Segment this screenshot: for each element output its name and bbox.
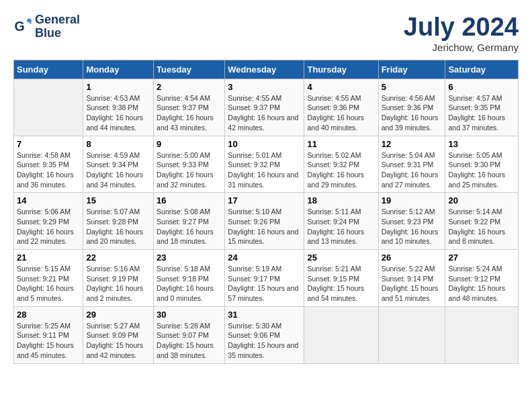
day-number: 8 — [86, 139, 150, 149]
calendar-cell: 27 Sunrise: 5:24 AMSunset: 9:12 PMDaylig… — [445, 250, 519, 307]
day-number: 22 — [86, 253, 150, 263]
calendar-cell: 18 Sunrise: 5:11 AMSunset: 9:24 PMDaylig… — [304, 193, 378, 250]
calendar-week-5: 28 Sunrise: 5:25 AMSunset: 9:11 PMDaylig… — [14, 306, 519, 363]
day-info: Sunrise: 5:12 AMSunset: 9:23 PMDaylight:… — [382, 207, 443, 246]
day-number: 17 — [228, 195, 301, 205]
day-info: Sunrise: 5:30 AMSunset: 9:06 PMDaylight:… — [228, 321, 301, 361]
col-header-sunday: Sunday — [14, 60, 83, 79]
day-info: Sunrise: 4:57 AMSunset: 9:35 PMDaylight:… — [448, 93, 515, 133]
day-info: Sunrise: 5:22 AMSunset: 9:14 PMDaylight:… — [382, 264, 443, 304]
col-header-saturday: Saturday — [445, 60, 519, 79]
day-info: Sunrise: 5:16 AMSunset: 9:19 PMDaylight:… — [86, 264, 150, 304]
day-number: 27 — [448, 253, 515, 263]
day-number: 23 — [157, 253, 222, 263]
calendar-cell: 29 Sunrise: 5:27 AMSunset: 9:09 PMDaylig… — [83, 306, 154, 363]
day-info: Sunrise: 4:55 AMSunset: 9:36 PMDaylight:… — [307, 93, 375, 133]
calendar-cell: 24 Sunrise: 5:19 AMSunset: 9:17 PMDaylig… — [225, 250, 304, 307]
svg-text:G: G — [14, 18, 24, 33]
calendar-cell: 28 Sunrise: 5:25 AMSunset: 9:11 PMDaylig… — [14, 306, 83, 363]
calendar-cell: 17 Sunrise: 5:10 AMSunset: 9:26 PMDaylig… — [225, 193, 304, 250]
day-info: Sunrise: 5:14 AMSunset: 9:22 PMDaylight:… — [448, 207, 515, 246]
day-info: Sunrise: 5:06 AMSunset: 9:29 PMDaylight:… — [17, 207, 80, 246]
calendar-cell: 11 Sunrise: 5:02 AMSunset: 9:32 PMDaylig… — [304, 136, 378, 193]
day-number: 10 — [228, 139, 301, 149]
calendar-cell: 1 Sunrise: 4:53 AMSunset: 9:38 PMDayligh… — [83, 79, 154, 136]
day-number: 13 — [448, 139, 515, 149]
calendar-cell: 19 Sunrise: 5:12 AMSunset: 9:23 PMDaylig… — [378, 193, 445, 250]
day-number: 15 — [86, 195, 150, 205]
day-number: 29 — [86, 310, 150, 320]
day-number: 20 — [448, 195, 515, 205]
calendar-cell — [445, 306, 519, 363]
col-header-monday: Monday — [83, 60, 154, 79]
calendar-week-3: 14 Sunrise: 5:06 AMSunset: 9:29 PMDaylig… — [14, 193, 519, 250]
day-info: Sunrise: 5:15 AMSunset: 9:21 PMDaylight:… — [17, 264, 80, 304]
day-info: Sunrise: 5:25 AMSunset: 9:11 PMDaylight:… — [17, 321, 80, 361]
title-area: July 2024 Jerichow, Germany — [404, 13, 519, 53]
day-number: 24 — [228, 253, 301, 263]
col-header-friday: Friday — [378, 60, 445, 79]
day-info: Sunrise: 5:08 AMSunset: 9:27 PMDaylight:… — [157, 207, 222, 246]
calendar-week-1: 1 Sunrise: 4:53 AMSunset: 9:38 PMDayligh… — [14, 79, 519, 136]
calendar-cell: 14 Sunrise: 5:06 AMSunset: 9:29 PMDaylig… — [14, 193, 83, 250]
day-number: 26 — [382, 253, 443, 263]
day-number: 21 — [17, 253, 80, 263]
day-info: Sunrise: 4:56 AMSunset: 9:36 PMDaylight:… — [382, 93, 443, 133]
calendar-cell: 22 Sunrise: 5:16 AMSunset: 9:19 PMDaylig… — [83, 250, 154, 307]
day-number: 7 — [17, 139, 80, 149]
day-number: 18 — [307, 195, 375, 205]
calendar-cell — [304, 306, 378, 363]
calendar-cell: 15 Sunrise: 5:07 AMSunset: 9:28 PMDaylig… — [83, 193, 154, 250]
calendar-week-4: 21 Sunrise: 5:15 AMSunset: 9:21 PMDaylig… — [14, 250, 519, 307]
calendar-cell: 20 Sunrise: 5:14 AMSunset: 9:22 PMDaylig… — [445, 193, 519, 250]
calendar-cell: 13 Sunrise: 5:05 AMSunset: 9:30 PMDaylig… — [445, 136, 519, 193]
calendar-cell: 2 Sunrise: 4:54 AMSunset: 9:37 PMDayligh… — [154, 79, 225, 136]
day-info: Sunrise: 4:59 AMSunset: 9:34 PMDaylight:… — [86, 150, 150, 190]
day-info: Sunrise: 5:18 AMSunset: 9:18 PMDaylight:… — [157, 264, 222, 304]
calendar-cell: 31 Sunrise: 5:30 AMSunset: 9:06 PMDaylig… — [225, 306, 304, 363]
day-info: Sunrise: 5:21 AMSunset: 9:15 PMDaylight:… — [307, 264, 375, 304]
day-number: 1 — [86, 82, 150, 92]
logo-icon: G — [13, 17, 32, 36]
day-number: 6 — [448, 82, 515, 92]
day-info: Sunrise: 5:24 AMSunset: 9:12 PMDaylight:… — [448, 264, 515, 304]
col-header-wednesday: Wednesday — [225, 60, 304, 79]
day-info: Sunrise: 5:07 AMSunset: 9:28 PMDaylight:… — [86, 207, 150, 246]
day-number: 28 — [17, 310, 80, 320]
calendar-cell: 7 Sunrise: 4:58 AMSunset: 9:35 PMDayligh… — [14, 136, 83, 193]
day-number: 31 — [228, 310, 301, 320]
day-number: 4 — [307, 82, 375, 92]
day-info: Sunrise: 5:00 AMSunset: 9:33 PMDaylight:… — [157, 150, 222, 190]
calendar-cell — [378, 306, 445, 363]
day-number: 5 — [382, 82, 443, 92]
logo: G General Blue — [13, 13, 80, 40]
day-info: Sunrise: 5:28 AMSunset: 9:07 PMDaylight:… — [157, 321, 222, 361]
calendar-cell: 6 Sunrise: 4:57 AMSunset: 9:35 PMDayligh… — [445, 79, 519, 136]
month-title: July 2024 — [404, 13, 519, 42]
day-info: Sunrise: 4:58 AMSunset: 9:35 PMDaylight:… — [17, 150, 80, 190]
day-number: 19 — [382, 195, 443, 205]
day-info: Sunrise: 5:11 AMSunset: 9:24 PMDaylight:… — [307, 207, 375, 246]
calendar-week-2: 7 Sunrise: 4:58 AMSunset: 9:35 PMDayligh… — [14, 136, 519, 193]
day-number: 9 — [157, 139, 222, 149]
col-header-tuesday: Tuesday — [154, 60, 225, 79]
col-header-thursday: Thursday — [304, 60, 378, 79]
calendar-cell: 4 Sunrise: 4:55 AMSunset: 9:36 PMDayligh… — [304, 79, 378, 136]
calendar-cell: 10 Sunrise: 5:01 AMSunset: 9:32 PMDaylig… — [225, 136, 304, 193]
calendar-cell: 8 Sunrise: 4:59 AMSunset: 9:34 PMDayligh… — [83, 136, 154, 193]
day-info: Sunrise: 4:53 AMSunset: 9:38 PMDaylight:… — [86, 93, 150, 133]
calendar-cell: 3 Sunrise: 4:55 AMSunset: 9:37 PMDayligh… — [225, 79, 304, 136]
calendar-cell: 25 Sunrise: 5:21 AMSunset: 9:15 PMDaylig… — [304, 250, 378, 307]
day-number: 25 — [307, 253, 375, 263]
day-number: 14 — [17, 195, 80, 205]
page-header: G General Blue July 2024 Jerichow, Germa… — [13, 13, 519, 53]
calendar-cell: 23 Sunrise: 5:18 AMSunset: 9:18 PMDaylig… — [154, 250, 225, 307]
day-info: Sunrise: 4:55 AMSunset: 9:37 PMDaylight:… — [228, 93, 301, 133]
day-info: Sunrise: 5:02 AMSunset: 9:32 PMDaylight:… — [307, 150, 375, 190]
day-info: Sunrise: 5:04 AMSunset: 9:31 PMDaylight:… — [382, 150, 443, 190]
day-info: Sunrise: 5:05 AMSunset: 9:30 PMDaylight:… — [448, 150, 515, 190]
day-info: Sunrise: 5:10 AMSunset: 9:26 PMDaylight:… — [228, 207, 301, 246]
calendar-cell — [14, 79, 83, 136]
calendar-cell: 12 Sunrise: 5:04 AMSunset: 9:31 PMDaylig… — [378, 136, 445, 193]
calendar-table: SundayMondayTuesdayWednesdayThursdayFrid… — [13, 60, 519, 364]
